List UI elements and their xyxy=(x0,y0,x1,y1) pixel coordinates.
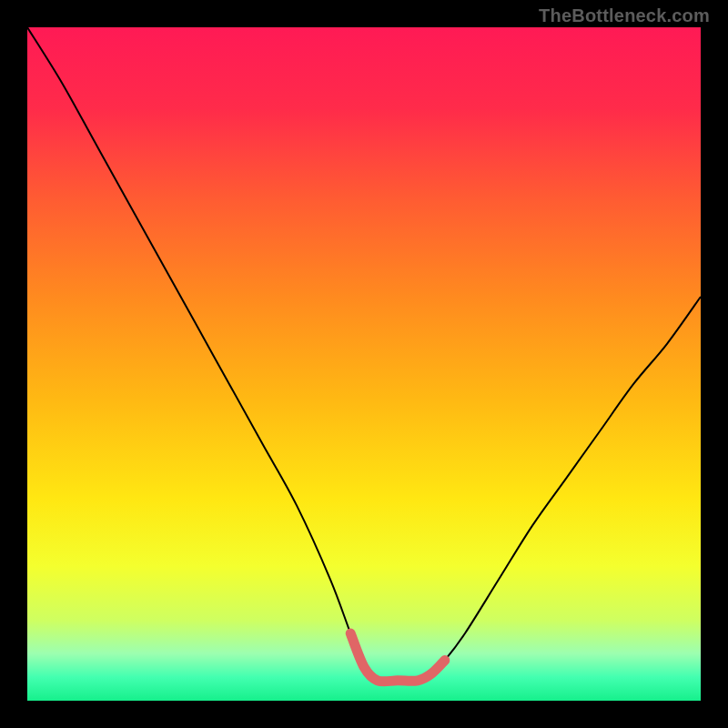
chart-stage: TheBottleneck.com xyxy=(0,0,728,728)
watermark-text: TheBottleneck.com xyxy=(539,5,710,26)
curve-layer xyxy=(27,27,701,701)
sweet-spot-band xyxy=(350,633,445,682)
bottleneck-curve xyxy=(27,27,701,682)
plot-area xyxy=(27,27,701,701)
